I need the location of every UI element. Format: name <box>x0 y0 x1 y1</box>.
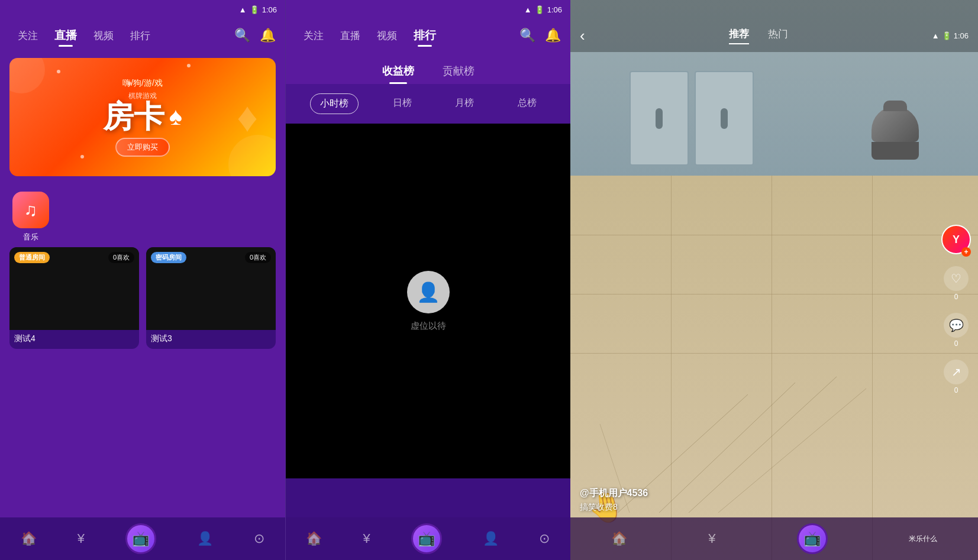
sparkle-1 <box>57 70 60 73</box>
tab-video-2[interactable]: 视频 <box>369 29 405 43</box>
like-count: 0 <box>954 293 958 301</box>
room-card-1[interactable]: 普通房间 0喜欢 测试4 <box>9 247 139 349</box>
wifi-icon-2: ▲ <box>524 5 532 14</box>
tab-rank-1[interactable]: 排行 <box>122 29 159 43</box>
bottom-nav-1: 🏠 ¥ 📺 👤 ⊙ <box>0 517 285 560</box>
status-icons-1: ▲ 🔋 1:06 <box>239 5 277 14</box>
panel-3-bottom-nav: 🏠 ¥ 📺 米乐什么 <box>570 517 978 560</box>
like-button[interactable]: ♡ 0 <box>944 266 969 301</box>
bottom-nav-home-3[interactable]: 🏠 <box>611 531 627 546</box>
cabinet-door-right <box>695 71 754 166</box>
home-icon-3: 🏠 <box>611 531 627 546</box>
center-icon-2: 📺 <box>418 530 435 547</box>
bottom-nav-center-2[interactable]: 📺 <box>411 523 442 554</box>
banner-content: 嗨/狗/游/戏 棋牌游戏 房卡 ♠ 立即购买 <box>103 78 182 157</box>
cooker-body <box>872 106 919 142</box>
more-icon-2: ⊙ <box>539 531 550 546</box>
sub-tab-total[interactable]: 总榜 <box>508 93 546 114</box>
center-nav-1[interactable]: 📺 <box>125 523 156 554</box>
tab-rank-2[interactable]: 排行 <box>405 28 444 43</box>
search-icon-1[interactable]: 🔍 <box>234 28 250 43</box>
center-nav-3[interactable]: 📺 <box>797 523 828 554</box>
tab-video-1[interactable]: 视频 <box>85 29 122 43</box>
comment-button[interactable]: 💬 0 <box>944 313 969 348</box>
banner-card-deco: ♦ <box>237 93 258 141</box>
nav-bar-2: 关注 直播 视频 排行 🔍 🔔 <box>286 19 570 52</box>
handle-right <box>721 108 728 129</box>
sub-tab-monthly[interactable]: 月榜 <box>446 93 483 114</box>
back-button[interactable]: ‹ <box>580 27 585 45</box>
center-icon-3: 📺 <box>803 530 821 547</box>
tab-live-2[interactable]: 直播 <box>332 29 369 43</box>
empty-text: 虚位以待 <box>411 321 446 332</box>
bottom-nav-center-1[interactable]: 📺 <box>125 523 156 554</box>
user-tag: @手机用户4536 <box>580 487 937 500</box>
tab-contribution[interactable]: 贡献榜 <box>443 64 475 84</box>
music-label: 音乐 <box>9 232 52 242</box>
room-info-2: 测试3 <box>146 330 276 349</box>
bottom-text-item: 米乐什么 <box>909 534 937 544</box>
bottom-nav-more-2[interactable]: ⊙ <box>539 531 550 546</box>
bell-icon-1[interactable]: 🔔 <box>260 28 276 43</box>
empty-avatar-icon: 👤 <box>417 281 440 303</box>
bottom-nav-money-1[interactable]: ¥ <box>78 531 85 546</box>
tile-line-h3 <box>570 353 978 354</box>
follow-plus[interactable]: + <box>961 247 971 257</box>
user-avatar[interactable]: Y + <box>941 225 971 254</box>
panel-rank: ▲ 🔋 1:06 关注 直播 视频 排行 🔍 🔔 收益榜 贡献榜 小时榜 日榜 … <box>285 0 570 560</box>
bottom-nav-money-2[interactable]: ¥ <box>363 531 370 546</box>
cooker-lid <box>883 101 907 111</box>
share-button[interactable]: ↗ 0 <box>944 360 969 394</box>
tab-recommend[interactable]: 推荐 <box>729 27 749 44</box>
room-list: 普通房间 0喜欢 测试4 密码房间 0喜欢 测试3 <box>0 247 285 349</box>
money-icon-3: ¥ <box>708 531 715 546</box>
video-desc: 搞笑收费8 <box>580 502 937 513</box>
bottom-nav-profile-2[interactable]: 👤 <box>483 531 499 546</box>
money-icon-1: ¥ <box>78 531 85 546</box>
status-bar-1: ▲ 🔋 1:06 <box>0 0 285 19</box>
tab-earnings[interactable]: 收益榜 <box>382 64 414 84</box>
panel-video: 🤚 ‹ 推荐 热门 ▲ 🔋 1:06 Y + ♡ 0 💬 0 ↗ 0 <box>570 0 978 560</box>
search-icon-2[interactable]: 🔍 <box>519 28 535 43</box>
bottom-text: 米乐什么 <box>909 534 937 544</box>
music-section[interactable]: ♫ 音乐 <box>9 192 52 242</box>
banner-buy-button[interactable]: 立即购买 <box>115 138 170 157</box>
bell-icon-2[interactable]: 🔔 <box>545 28 561 43</box>
nav-bar-1: 关注 直播 视频 排行 🔍 🔔 <box>0 19 285 52</box>
right-action-bar: Y + ♡ 0 💬 0 ↗ 0 <box>941 225 971 394</box>
bottom-nav-home-2[interactable]: 🏠 <box>306 531 322 546</box>
banner-deco-2 <box>228 135 276 176</box>
wifi-icon-3: ▲ <box>932 31 940 40</box>
icon-row: ♫ 音乐 <box>0 182 285 247</box>
profile-icon-1: 👤 <box>197 531 213 546</box>
time-1: 1:06 <box>262 5 277 14</box>
tab-live-1[interactable]: 直播 <box>46 28 85 43</box>
room-card-2[interactable]: 密码房间 0喜欢 测试3 <box>146 247 276 349</box>
room-info-1: 测试4 <box>9 330 139 349</box>
bottom-nav-home-1[interactable]: 🏠 <box>21 531 37 546</box>
bottom-nav-center-3[interactable]: 📺 <box>797 523 828 554</box>
music-icon: ♫ <box>12 192 49 228</box>
panel-3-tabs: 推荐 热门 <box>595 27 922 44</box>
bottom-nav-more-1[interactable]: ⊙ <box>254 531 264 546</box>
status-icons-3: ▲ 🔋 1:06 <box>932 31 969 40</box>
tab-hot[interactable]: 热门 <box>768 27 788 44</box>
room-name-1: 测试4 <box>14 334 134 344</box>
room-like-2: 0喜欢 <box>245 252 271 263</box>
center-nav-2[interactable]: 📺 <box>411 523 442 554</box>
nav-icons-1: 🔍 🔔 <box>234 28 276 43</box>
panel-3-header: ‹ 推荐 热门 ▲ 🔋 1:06 <box>570 0 978 52</box>
sub-tab-daily[interactable]: 日榜 <box>383 93 421 114</box>
room-like-1: 0喜欢 <box>108 252 134 263</box>
bottom-nav-2: 🏠 ¥ 📺 👤 ⊙ <box>286 517 570 560</box>
room-badge-2: 密码房间 <box>151 252 186 263</box>
sub-tab-hourly[interactable]: 小时榜 <box>310 93 359 114</box>
empty-avatar: 👤 <box>407 271 450 313</box>
sparkle-3 <box>187 64 191 67</box>
comment-count: 0 <box>954 339 958 348</box>
bottom-nav-money-3[interactable]: ¥ <box>708 531 715 546</box>
tab-follow-2[interactable]: 关注 <box>295 29 332 43</box>
bottom-nav-profile-1[interactable]: 👤 <box>197 531 213 546</box>
tab-follow-1[interactable]: 关注 <box>9 29 46 43</box>
cabinet-doors <box>630 71 754 166</box>
